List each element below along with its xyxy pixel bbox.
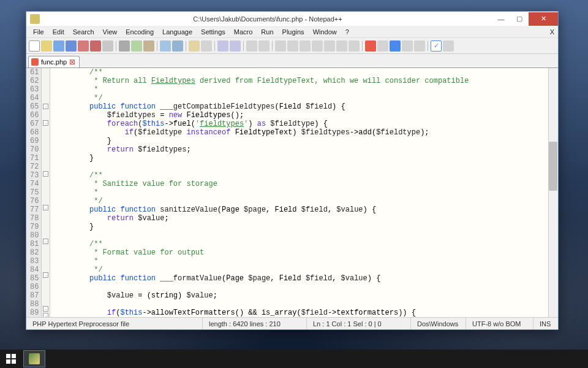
svg-rect-3 bbox=[12, 359, 16, 364]
status-eol: Dos\Windows bbox=[411, 318, 466, 329]
undo-icon[interactable] bbox=[160, 40, 171, 52]
toolbar-separator bbox=[362, 41, 363, 51]
spellcheck-icon[interactable]: ✓ bbox=[431, 40, 442, 52]
wordwrap-icon[interactable] bbox=[275, 40, 286, 52]
status-position: Ln : 1 Col : 1 Sel : 0 | 0 bbox=[307, 318, 411, 329]
open-file-icon[interactable] bbox=[41, 40, 52, 52]
redo-icon[interactable] bbox=[172, 40, 183, 52]
cut-icon[interactable] bbox=[119, 40, 130, 52]
show-all-chars-icon[interactable] bbox=[287, 40, 298, 52]
menu-settings[interactable]: Settings bbox=[197, 27, 230, 37]
minimize-button[interactable]: — bbox=[492, 12, 510, 26]
status-encoding: UTF-8 w/o BOM bbox=[466, 318, 533, 329]
tab-funcphp[interactable]: func.php ⊠ bbox=[28, 56, 80, 67]
fold-toggle-icon[interactable]: - bbox=[43, 272, 48, 278]
taskbar-item-notepadpp[interactable] bbox=[23, 350, 45, 367]
paste-icon[interactable] bbox=[143, 40, 154, 52]
status-length: length : 6420 lines : 210 bbox=[203, 318, 307, 329]
windows-logo-icon bbox=[6, 354, 16, 364]
line-number-gutter: 6162636465666768697071727374757677787980… bbox=[26, 68, 42, 317]
window-title: C:\Users\Jakub\Documents\func.php - Note… bbox=[43, 15, 492, 23]
start-button[interactable] bbox=[0, 350, 22, 368]
new-file-icon[interactable] bbox=[29, 40, 40, 52]
sync-hscroll-icon[interactable] bbox=[258, 40, 270, 52]
toolbar: ✓ bbox=[26, 38, 558, 54]
menubar-close-icon[interactable]: X bbox=[550, 28, 554, 36]
menu-search[interactable]: Search bbox=[69, 27, 99, 37]
tab-bar: func.php ⊠ bbox=[26, 54, 558, 67]
about-icon[interactable] bbox=[443, 40, 454, 52]
fold-toggle-icon[interactable]: - bbox=[43, 120, 48, 126]
udl-icon[interactable] bbox=[312, 40, 323, 52]
toolbar-separator bbox=[428, 41, 428, 51]
fold-toggle-icon[interactable]: - bbox=[43, 239, 48, 244]
menu-encoding[interactable]: Encoding bbox=[121, 27, 158, 37]
doc-map-icon[interactable] bbox=[324, 40, 335, 52]
close-all-icon[interactable] bbox=[90, 40, 101, 52]
menu-file[interactable]: File bbox=[29, 27, 48, 37]
copy-icon[interactable] bbox=[131, 40, 142, 52]
find-icon[interactable] bbox=[189, 40, 200, 52]
menu-plugins[interactable]: Plugins bbox=[278, 27, 309, 37]
notepadpp-taskbar-icon bbox=[29, 353, 40, 364]
zoom-in-icon[interactable] bbox=[217, 40, 228, 52]
scroll-thumb[interactable] bbox=[549, 142, 557, 191]
fold-toggle-icon[interactable]: - bbox=[43, 205, 48, 210]
fold-toggle-icon[interactable]: - bbox=[43, 171, 48, 177]
zoom-out-icon[interactable] bbox=[230, 40, 241, 52]
playback-icon[interactable] bbox=[390, 40, 401, 52]
menubar: File Edit Search View Encoding Language … bbox=[26, 26, 558, 38]
menu-window[interactable]: Window bbox=[309, 27, 341, 37]
code-content[interactable]: /** * Return all Fieldtypes derived from… bbox=[50, 68, 558, 317]
vertical-scrollbar[interactable] bbox=[548, 68, 558, 317]
close-button[interactable]: ✕ bbox=[529, 12, 558, 26]
print-icon[interactable] bbox=[102, 40, 113, 52]
tab-label: func.php bbox=[41, 58, 67, 66]
sync-vscroll-icon[interactable] bbox=[246, 40, 257, 52]
save-icon[interactable] bbox=[53, 40, 64, 52]
toolbar-separator bbox=[214, 41, 215, 51]
menu-run[interactable]: Run bbox=[257, 27, 277, 37]
editor-area[interactable]: 6162636465666768697071727374757677787980… bbox=[26, 67, 558, 317]
toolbar-separator bbox=[116, 41, 116, 51]
func-list-icon[interactable] bbox=[336, 40, 347, 52]
run-multiple-icon[interactable] bbox=[402, 40, 413, 52]
statusbar: PHP Hypertext Preprocessor file length :… bbox=[26, 317, 558, 329]
menu-edit[interactable]: Edit bbox=[48, 27, 69, 37]
fold-toggle-icon[interactable]: - bbox=[43, 306, 48, 312]
toolbar-separator bbox=[157, 41, 157, 51]
app-icon bbox=[30, 14, 40, 24]
tab-close-icon[interactable]: ⊠ bbox=[69, 58, 75, 66]
folder-workspace-icon[interactable] bbox=[349, 40, 360, 52]
indent-guide-icon[interactable] bbox=[300, 40, 311, 52]
titlebar[interactable]: C:\Users\Jakub\Documents\func.php - Note… bbox=[26, 12, 558, 26]
toolbar-separator bbox=[272, 41, 273, 51]
toolbar-separator bbox=[243, 41, 244, 51]
svg-rect-0 bbox=[6, 354, 10, 358]
stop-record-icon[interactable] bbox=[377, 40, 388, 52]
toolbar-separator bbox=[186, 41, 186, 51]
maximize-button[interactable]: ▢ bbox=[510, 12, 529, 26]
svg-rect-2 bbox=[6, 359, 10, 364]
menu-macro[interactable]: Macro bbox=[230, 27, 257, 37]
menu-language[interactable]: Language bbox=[158, 27, 197, 37]
windows-taskbar[interactable] bbox=[0, 350, 588, 368]
fold-toggle-icon[interactable]: - bbox=[43, 313, 48, 317]
svg-rect-1 bbox=[12, 354, 16, 358]
menu-view[interactable]: View bbox=[99, 27, 122, 37]
notepadpp-window: C:\Users\Jakub\Documents\func.php - Note… bbox=[26, 11, 559, 330]
status-insert-mode: INS bbox=[533, 318, 558, 329]
close-file-icon[interactable] bbox=[78, 40, 89, 52]
file-modified-icon bbox=[31, 58, 39, 66]
save-macro-icon[interactable] bbox=[414, 40, 425, 52]
fold-column[interactable]: - - - - - - -- bbox=[42, 68, 50, 317]
window-controls: — ▢ ✕ bbox=[492, 12, 558, 26]
status-filetype: PHP Hypertext Preprocessor file bbox=[26, 318, 203, 329]
start-record-icon[interactable] bbox=[365, 40, 376, 52]
save-all-icon[interactable] bbox=[66, 40, 77, 52]
fold-toggle-icon[interactable]: - bbox=[43, 104, 48, 109]
replace-icon[interactable] bbox=[201, 40, 212, 52]
menu-help[interactable]: ? bbox=[341, 27, 353, 37]
